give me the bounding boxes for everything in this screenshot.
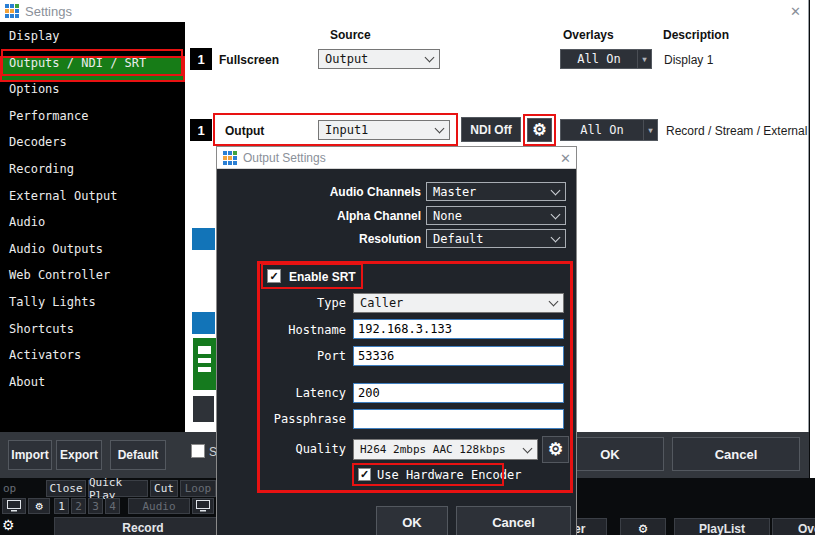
record-settings-gear-icon[interactable]: ⚙ <box>2 518 15 532</box>
output-source-dropdown[interactable]: Input1 <box>318 120 450 140</box>
output-overlays-button[interactable]: All On ▾ <box>560 119 658 141</box>
fullscreen-row-number: 1 <box>190 48 212 70</box>
alpha-channel-dropdown[interactable]: None <box>426 206 566 225</box>
settings-cancel-button[interactable]: Cancel <box>672 437 800 471</box>
import-button[interactable]: Import <box>8 440 52 470</box>
dropdown-value: Default <box>433 232 484 246</box>
tab-quick-play[interactable]: Quick Play <box>88 480 148 497</box>
preset-3-button[interactable]: 3 <box>88 498 103 514</box>
enable-srt-label: Enable SRT <box>289 270 356 284</box>
fullscreen-description: Display 1 <box>664 53 713 67</box>
hardware-encoder-checkbox[interactable]: ✓ <box>358 468 371 481</box>
chevron-down-icon <box>551 209 561 219</box>
output-row-label: Output <box>225 124 264 138</box>
sidebar-item-about[interactable]: About <box>0 375 185 402</box>
default-button[interactable]: Default <box>110 440 166 470</box>
external-monitor-button[interactable] <box>192 498 214 514</box>
sidebar-item-web-controller[interactable]: Web Controller <box>0 268 185 295</box>
dropdown-value: Caller <box>360 296 403 310</box>
dark-block <box>193 396 214 422</box>
sidebar-item-performance[interactable]: Performance <box>0 109 185 136</box>
output-settings-dialog: Output Settings ✕ Audio Channels Master … <box>216 146 577 535</box>
dialog-ok-button[interactable]: OK <box>376 506 448 535</box>
enable-srt-checkbox[interactable]: ✓ <box>267 269 281 283</box>
dropdown-arrow-icon: ▾ <box>637 50 651 68</box>
overlays-value: All On <box>561 52 637 66</box>
hostname-label: Hostname <box>237 323 346 337</box>
tab-cut[interactable]: Cut <box>150 480 178 497</box>
ndi-block <box>192 228 215 250</box>
close-icon[interactable]: ✕ <box>560 151 571 166</box>
alpha-channel-label: Alpha Channel <box>217 209 421 223</box>
dropdown-value: Output <box>325 52 368 66</box>
sidebar-item-shortcuts[interactable]: Shortcuts <box>0 322 185 349</box>
sidebar-item-display[interactable]: Display <box>0 29 185 56</box>
sidebar-item-recording[interactable]: Recording <box>0 162 185 189</box>
loop-partial-label: op <box>3 482 16 495</box>
port-input[interactable] <box>353 346 564 366</box>
audio-channels-dropdown[interactable]: Master <box>426 182 566 201</box>
sidebar-menu: DisplayOutputs / NDI / SRTOptionsPerform… <box>0 22 185 432</box>
latency-label: Latency <box>237 386 346 400</box>
chevron-down-icon <box>425 53 435 63</box>
chevron-down-icon <box>551 232 561 242</box>
sidebar-item-outputs-ndi-srt[interactable]: Outputs / NDI / SRT <box>0 56 185 83</box>
show-checkbox[interactable] <box>191 444 205 458</box>
type-label: Type <box>237 296 346 310</box>
hardware-encoder-label: Use Hardware Encoder <box>377 468 522 482</box>
audio-button[interactable]: Audio <box>128 498 190 514</box>
passphrase-input[interactable] <box>353 409 564 429</box>
sidebar-item-external-output[interactable]: External Output <box>0 189 185 216</box>
overlay-button[interactable]: Overlay <box>772 518 815 535</box>
sidebar-item-audio-outputs[interactable]: Audio Outputs <box>0 242 185 269</box>
fullscreen-monitor-button[interactable] <box>2 498 26 514</box>
record-button[interactable]: Record <box>54 517 232 535</box>
resolution-dropdown[interactable]: Default <box>426 229 566 248</box>
fullscreen-row-label: Fullscreen <box>219 53 279 67</box>
preset-1-button[interactable]: 1 <box>54 498 69 514</box>
ndi-block <box>192 312 215 334</box>
close-icon[interactable]: ✕ <box>790 4 801 19</box>
type-dropdown[interactable]: Caller <box>353 293 564 313</box>
settings-titlebar: Settings ✕ <box>0 0 808 22</box>
dropdown-value: Master <box>433 185 476 199</box>
gear-icon: ⚙ <box>639 521 647 535</box>
output-description: Record / Stream / External <box>666 124 807 138</box>
sidebar-item-options[interactable]: Options <box>0 82 185 109</box>
dialog-titlebar: Output Settings ✕ <box>217 147 576 169</box>
gear-icon: ⚙ <box>548 441 563 458</box>
chevron-down-icon <box>435 124 445 134</box>
quality-label: Quality <box>237 442 346 456</box>
sidebar-item-activators[interactable]: Activators <box>0 348 185 375</box>
hostname-input[interactable] <box>353 319 564 339</box>
sidebar-item-tally-lights[interactable]: Tally Lights <box>0 295 185 322</box>
dropdown-arrow-icon: ▾ <box>643 120 657 140</box>
dialog-cancel-button[interactable]: Cancel <box>456 506 571 535</box>
dropdown-value: H264 2mbps AAC 128kbps <box>360 443 506 456</box>
sidebar-item-audio[interactable]: Audio <box>0 215 185 242</box>
port-label: Port <box>237 349 346 363</box>
dialog-title: Output Settings <box>243 151 326 165</box>
fullscreen-source-dropdown[interactable]: Output <box>318 49 440 69</box>
preset-2-button[interactable]: 2 <box>71 498 86 514</box>
quality-dropdown[interactable]: H264 2mbps AAC 128kbps <box>353 439 538 460</box>
preset-4-button[interactable]: 4 <box>105 498 120 514</box>
chevron-down-icon <box>549 297 559 307</box>
export-button[interactable]: Export <box>56 440 102 470</box>
playlist-button[interactable]: PlayList <box>674 518 770 535</box>
vmix-logo-icon <box>5 4 19 18</box>
external-settings-button[interactable]: ⚙ <box>620 518 666 535</box>
latency-input[interactable] <box>353 383 564 403</box>
passphrase-label: Passphrase <box>237 412 346 426</box>
quality-settings-gear-button[interactable]: ⚙ <box>542 436 569 463</box>
fullscreen-settings-button[interactable]: ⚙ <box>28 498 50 514</box>
column-header-source: Source <box>330 28 371 42</box>
tab-close[interactable]: Close <box>46 480 86 497</box>
output-settings-gear-button[interactable]: ⚙ <box>527 118 552 142</box>
gear-icon: ⚙ <box>532 122 546 138</box>
fullscreen-overlays-button[interactable]: All On ▾ <box>560 49 652 69</box>
ndi-off-button[interactable]: NDI Off <box>461 117 521 142</box>
sidebar-item-decoders[interactable]: Decoders <box>0 135 185 162</box>
desktop-strip <box>810 0 815 478</box>
tab-loop[interactable]: Loop <box>180 480 216 497</box>
